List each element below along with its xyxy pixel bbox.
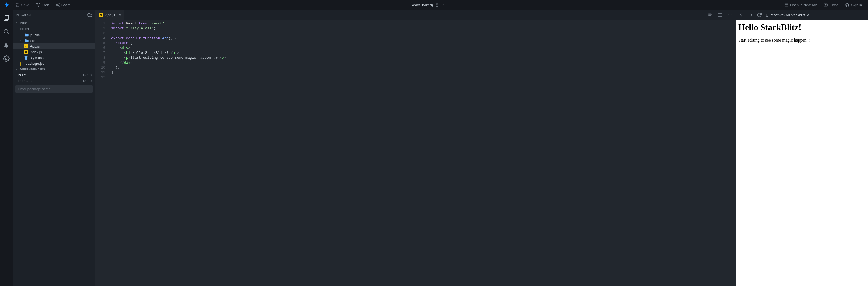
dependency-row[interactable]: react-dom 18.1.0: [12, 78, 95, 84]
share-icon: [56, 3, 60, 7]
tree-label: public: [30, 33, 40, 37]
svg-rect-14: [5, 15, 9, 19]
dep-version: 18.1.0: [83, 79, 92, 83]
github-icon: [845, 3, 849, 7]
signin-button[interactable]: Sign in: [842, 2, 865, 8]
chevron-down-icon: [15, 68, 19, 71]
tree-folder-src[interactable]: src: [12, 38, 95, 43]
dep-name: react-dom: [19, 79, 34, 83]
svg-point-3: [58, 3, 59, 4]
code-area[interactable]: 123456789101112 import React from "react…: [95, 20, 736, 286]
folder-open-icon: [25, 39, 29, 43]
cloud-icon[interactable]: [87, 12, 92, 18]
rail-explorer-icon[interactable]: [3, 15, 9, 21]
save-label: Save: [21, 3, 29, 7]
close-panel-icon: [824, 3, 828, 7]
tree-label: style.css: [30, 56, 43, 60]
preview-heading: Hello StackBlitz!: [738, 22, 866, 32]
format-icon[interactable]: [708, 12, 713, 18]
js-icon: JS: [99, 13, 103, 17]
svg-line-7: [57, 4, 58, 5]
fork-label: Fork: [42, 3, 49, 7]
section-dependencies[interactable]: DEPENDENCIES: [12, 66, 95, 72]
rail-firebase-icon[interactable]: [3, 42, 9, 49]
tree-label: App.js: [30, 44, 40, 49]
tree-file-app-js[interactable]: JS App.js: [12, 43, 95, 49]
tree-label: package.json: [26, 61, 46, 65]
signin-label: Sign in: [851, 3, 862, 7]
lock-open-icon: [435, 3, 439, 7]
rail-search-icon[interactable]: [3, 28, 9, 35]
tab-bar: JS App.js ✕: [95, 10, 736, 20]
folder-icon: [25, 33, 29, 37]
chevron-down-icon: [15, 28, 19, 31]
fork-button[interactable]: Fork: [33, 2, 52, 8]
svg-line-16: [7, 33, 9, 34]
tree-file-index-js[interactable]: JS index.js: [12, 49, 95, 55]
line-gutter: 123456789101112: [95, 20, 110, 286]
json-icon: { }: [20, 61, 24, 66]
close-button[interactable]: Close: [821, 2, 841, 8]
tree-file-package-json[interactable]: { } package.json: [12, 61, 95, 66]
sidebar: PROJECT INFO FILES public src JS App.js …: [12, 10, 95, 286]
preview-paragraph: Start editing to see some magic happen :…: [738, 38, 866, 43]
share-label: Share: [61, 3, 71, 7]
save-button[interactable]: Save: [12, 2, 32, 8]
lock-icon: [766, 13, 769, 17]
dep-version: 18.1.0: [83, 73, 92, 77]
activity-rail: [0, 10, 12, 286]
js-icon: JS: [24, 50, 28, 54]
open-new-tab-button[interactable]: Open in New Tab: [781, 2, 820, 8]
preview-toolbar: react-vb2jvu.stackblitz.io: [736, 10, 868, 20]
package-input[interactable]: [15, 85, 93, 93]
chevron-down-icon: [20, 39, 23, 42]
split-icon[interactable]: [718, 12, 722, 18]
sidebar-header-label: PROJECT: [16, 13, 32, 17]
project-title-text: React (forked): [411, 3, 433, 7]
sidebar-header: PROJECT: [12, 10, 95, 20]
preview-pane: react-vb2jvu.stackblitz.io Hello StackBl…: [736, 10, 868, 286]
preview-url[interactable]: react-vb2jvu.stackblitz.io: [766, 13, 865, 17]
tab-close-icon[interactable]: ✕: [117, 13, 122, 17]
chevron-right-icon: [20, 33, 23, 37]
nav-forward-icon[interactable]: [748, 12, 753, 18]
dependency-row[interactable]: react 18.1.0: [12, 72, 95, 78]
section-files-label: FILES: [20, 28, 29, 31]
svg-rect-9: [785, 3, 788, 6]
section-files[interactable]: FILES: [12, 26, 95, 32]
top-bar: Save Fork Share React (forked) Open in N…: [0, 0, 868, 10]
svg-point-20: [728, 15, 729, 15]
svg-point-0: [36, 3, 37, 4]
chevron-right-icon: [15, 22, 19, 25]
rail-settings-icon[interactable]: [3, 56, 9, 62]
section-info[interactable]: INFO: [12, 20, 95, 26]
more-icon[interactable]: [727, 12, 732, 18]
editor-pane: JS App.js ✕ 123456789101112 import React…: [95, 10, 736, 286]
svg-point-2: [37, 6, 38, 7]
svg-point-15: [4, 29, 8, 33]
tree-label: src: [30, 39, 35, 43]
js-icon: JS: [24, 44, 28, 49]
css-icon: [24, 56, 28, 60]
save-icon: [15, 3, 20, 7]
dep-name: react: [19, 73, 26, 77]
share-button[interactable]: Share: [53, 2, 74, 8]
project-title[interactable]: React (forked): [411, 3, 444, 7]
url-text: react-vb2jvu.stackblitz.io: [771, 13, 809, 17]
preview-body: Hello StackBlitz! Start editing to see s…: [736, 20, 868, 286]
tree-file-style-css[interactable]: style.css: [12, 55, 95, 61]
reload-icon[interactable]: [757, 12, 762, 18]
section-deps-label: DEPENDENCIES: [20, 68, 45, 71]
svg-point-22: [731, 15, 732, 15]
external-icon: [784, 3, 788, 7]
tree-folder-public[interactable]: public: [12, 32, 95, 38]
stackblitz-logo[interactable]: [3, 2, 10, 8]
svg-point-17: [5, 58, 7, 60]
svg-rect-8: [436, 5, 438, 6]
tab-app-js[interactable]: JS App.js ✕: [95, 10, 124, 20]
svg-rect-25: [766, 15, 769, 16]
code-lines: import React from "react";import "./styl…: [110, 20, 736, 286]
nav-back-icon[interactable]: [739, 12, 744, 18]
section-info-label: INFO: [20, 22, 28, 25]
tree-label: index.js: [30, 50, 42, 54]
